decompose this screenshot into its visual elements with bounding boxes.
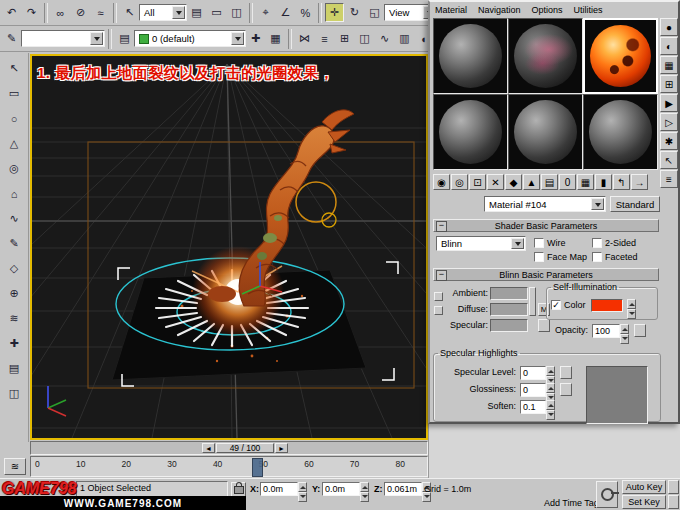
array-icon[interactable]: ⊞ [335, 29, 354, 48]
key-mode-button[interactable] [668, 495, 679, 509]
diffuse-color-swatch[interactable] [490, 303, 528, 316]
triangle-tool-icon[interactable]: △ [4, 133, 25, 154]
ambient-diffuse-map-lock-icon[interactable] [529, 287, 536, 316]
dropdown-arrow-icon[interactable] [90, 32, 103, 45]
faceted-checkbox[interactable]: Faceted [592, 252, 638, 262]
y-coordinate-value[interactable]: 0.0m [322, 482, 360, 496]
align-icon[interactable]: ≡ [315, 29, 334, 48]
auto-key-button[interactable]: Auto Key [622, 480, 666, 494]
glossiness-spinner[interactable] [546, 383, 555, 397]
edit-named-selections-icon[interactable]: ✎ [2, 29, 21, 48]
two-sided-checkbox[interactable]: 2-Sided [592, 238, 636, 248]
specular-level-value[interactable]: 0 [520, 366, 546, 380]
face-map-checkbox[interactable]: Face Map [534, 252, 587, 262]
track-bar[interactable]: 01020304050607080 [30, 456, 428, 477]
select-and-link-icon[interactable]: ∞ [51, 3, 70, 22]
select-and-rotate-icon[interactable]: ↻ [345, 3, 364, 22]
opacity-field[interactable]: 100 [592, 324, 629, 338]
self-illumination-color-swatch[interactable] [591, 299, 623, 312]
collapse-icon[interactable] [436, 270, 447, 281]
time-slider[interactable]: ◄ 49 / 100 ► [30, 441, 428, 455]
menu-material[interactable]: Material [435, 5, 467, 15]
dropdown-arrow-icon[interactable] [172, 6, 185, 19]
key-filters-button[interactable] [668, 480, 679, 494]
material-name-dropdown[interactable]: Material #104 [484, 196, 606, 212]
specular-level-field[interactable]: 0 [520, 366, 555, 380]
glossiness-field[interactable]: 0 [520, 383, 555, 397]
opacity-spinner[interactable] [620, 324, 629, 338]
opacity-value[interactable]: 100 [592, 324, 620, 338]
material-sample-slot-5[interactable] [508, 94, 583, 170]
lock-selection-icon[interactable] [231, 482, 246, 497]
unlink-selection-icon[interactable]: ⊘ [71, 3, 90, 22]
self-illumination-color-checkbox[interactable]: Color [551, 300, 586, 310]
soften-field[interactable]: 0.1 [520, 400, 555, 414]
assign-material-to-selection-icon[interactable]: ⊡ [469, 174, 486, 190]
z-coordinate-value[interactable]: 0.061m [384, 482, 422, 496]
select-and-scale-icon[interactable]: ◱ [365, 3, 384, 22]
background-icon[interactable]: ▦ [660, 56, 678, 74]
soften-value[interactable]: 0.1 [520, 400, 546, 414]
named-selection-sets-dropdown[interactable] [21, 30, 105, 47]
next-frame-button[interactable]: ► [275, 443, 288, 453]
dropdown-arrow-icon[interactable] [231, 32, 244, 45]
diamond-tool-icon[interactable]: ◇ [4, 258, 25, 279]
diffuse-specular-lock-icon[interactable] [434, 306, 443, 315]
show-map-in-viewport-icon[interactable]: ▦ [577, 174, 594, 190]
make-preview-icon[interactable]: ▷ [660, 113, 678, 131]
backlight-icon[interactable]: ◐ [660, 37, 678, 55]
set-keys-button[interactable] [596, 481, 618, 508]
menu-options[interactable]: Options [532, 5, 563, 15]
select-and-move-icon[interactable]: ✛ [325, 3, 344, 22]
reset-map-icon[interactable]: ✕ [487, 174, 504, 190]
x-coordinate-value[interactable]: 0.0m [260, 482, 298, 496]
ambient-diffuse-lock-icon[interactable] [434, 292, 443, 301]
get-material-icon[interactable]: ◉ [433, 174, 450, 190]
dropdown-arrow-icon[interactable] [511, 238, 524, 249]
perspective-viewport[interactable]: 1. 最后加上地面裂纹以及打击的光圈效果， [30, 54, 428, 440]
set-key-button[interactable]: Set Key [622, 495, 666, 509]
specular-color-swatch[interactable] [490, 319, 528, 332]
menu-utilities[interactable]: Utilities [574, 5, 603, 15]
create-new-layer-icon[interactable]: ✚ [246, 29, 265, 48]
add-time-tag[interactable]: Add Time Tag [544, 498, 599, 508]
put-to-library-icon[interactable]: ▤ [541, 174, 558, 190]
y-spinner[interactable] [360, 482, 369, 496]
x-spinner[interactable] [298, 482, 307, 496]
collapse-icon[interactable] [436, 221, 447, 232]
list-tool-icon[interactable]: ▤ [4, 358, 25, 379]
shader-type-dropdown[interactable]: Blinn [436, 236, 526, 251]
select-by-material-icon[interactable]: ↖ [660, 151, 678, 169]
go-to-parent-icon[interactable]: ↰ [613, 174, 630, 190]
rectangle-tool-icon[interactable]: ▭ [4, 83, 25, 104]
curve-tool-icon[interactable]: ∿ [4, 208, 25, 229]
glossiness-value[interactable]: 0 [520, 383, 546, 397]
rectangular-selection-region-icon[interactable]: ▭ [207, 3, 226, 22]
material-sample-slot-4[interactable] [433, 94, 508, 170]
wire-checkbox[interactable]: Wire [534, 238, 566, 248]
open-mini-curve-editor-icon[interactable]: ≋ [4, 458, 26, 475]
show-end-result-icon[interactable]: ▮ [595, 174, 612, 190]
shader-basic-parameters-rollout[interactable]: Shader Basic Parameters [433, 219, 659, 232]
percent-snap-toggle-icon[interactable]: % [296, 3, 315, 22]
material-sample-slot-1[interactable] [433, 18, 508, 94]
menu-navigation[interactable]: Navigation [478, 5, 521, 15]
curve-editor-icon[interactable]: ∿ [375, 29, 394, 48]
ripple-tool-icon[interactable]: ≋ [4, 308, 25, 329]
select-tool-icon[interactable]: ↖ [4, 58, 25, 79]
material-sample-slot-2[interactable] [508, 18, 583, 94]
material-editor-options-icon[interactable]: ✱ [660, 132, 678, 150]
put-material-to-scene-icon[interactable]: ◎ [451, 174, 468, 190]
undo-icon[interactable]: ↶ [2, 3, 21, 22]
layer-properties-icon[interactable]: ▦ [266, 29, 285, 48]
sample-uv-tiling-icon[interactable]: ⊞ [660, 75, 678, 93]
x-coordinate-field[interactable]: 0.0m [260, 482, 307, 496]
target-tool-icon[interactable]: ◎ [4, 158, 25, 179]
circle-tool-icon[interactable]: ○ [4, 108, 25, 129]
current-frame-marker[interactable] [252, 458, 263, 477]
self-illumination-spinner[interactable] [627, 299, 636, 313]
y-coordinate-field[interactable]: 0.0m [322, 482, 369, 496]
layer-dropdown[interactable]: 0 (default) [134, 30, 246, 47]
schematic-view-icon[interactable]: ▥ [395, 29, 414, 48]
blinn-basic-parameters-rollout[interactable]: Blinn Basic Parameters [433, 268, 659, 281]
